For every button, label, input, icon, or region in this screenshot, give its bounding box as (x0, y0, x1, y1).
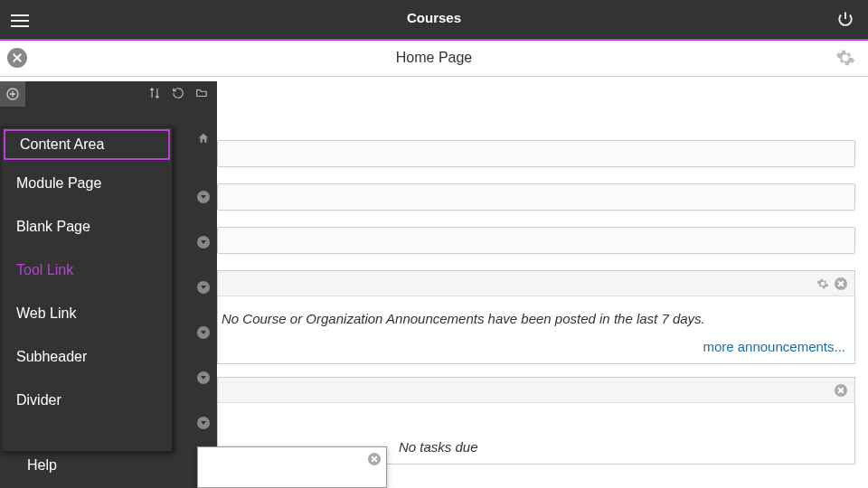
announcements-header (218, 271, 854, 296)
folder-icon[interactable] (195, 87, 208, 99)
mini-popup (197, 446, 387, 488)
chevron-down-icon[interactable] (197, 191, 210, 203)
tasks-header (218, 378, 854, 403)
app-topbar: Courses (0, 0, 868, 39)
page-header: Home Page (0, 41, 868, 77)
menu-item-web-link[interactable]: Web Link (2, 292, 172, 335)
chevron-down-icon[interactable] (197, 371, 210, 384)
add-icon[interactable] (0, 81, 25, 107)
sidebar-toolbar (0, 81, 217, 107)
gear-icon[interactable] (816, 277, 829, 290)
main-content: No Course or Organization Announcements … (217, 77, 868, 488)
announcements-module: No Course or Organization Announcements … (217, 270, 855, 364)
chevron-down-icon[interactable] (197, 236, 210, 249)
menu-item-blank-page[interactable]: Blank Page (2, 205, 172, 249)
gear-icon[interactable] (835, 48, 855, 68)
chevron-down-icon[interactable] (197, 326, 210, 339)
home-icon[interactable] (197, 132, 210, 145)
sidebar-help-link[interactable]: Help (27, 457, 57, 474)
chevron-down-icon[interactable] (197, 417, 210, 429)
refresh-icon[interactable] (172, 87, 184, 99)
page-title: Home Page (0, 50, 868, 66)
more-announcements-link[interactable]: more announcements... (218, 333, 854, 363)
close-icon[interactable] (368, 453, 381, 465)
module-placeholder (217, 227, 855, 254)
power-icon[interactable] (837, 11, 855, 29)
module-placeholder (217, 183, 855, 211)
menu-item-subheader[interactable]: Subheader (2, 335, 172, 379)
topbar-title: Courses (0, 10, 868, 25)
menu-item-divider[interactable]: Divider (2, 379, 172, 422)
menu-item-module-page[interactable]: Module Page (2, 162, 172, 205)
announcements-empty-text: No Course or Organization Announcements … (218, 296, 854, 333)
reorder-icon[interactable] (148, 87, 161, 99)
add-menu: Content Area Module Page Blank Page Tool… (1, 127, 173, 452)
module-placeholder (217, 140, 855, 167)
chevron-down-icon[interactable] (197, 281, 210, 294)
close-icon[interactable] (835, 384, 847, 397)
close-icon[interactable] (835, 277, 847, 290)
menu-item-content-area[interactable]: Content Area (4, 129, 170, 160)
menu-item-tool-link[interactable]: Tool Link (2, 249, 172, 292)
